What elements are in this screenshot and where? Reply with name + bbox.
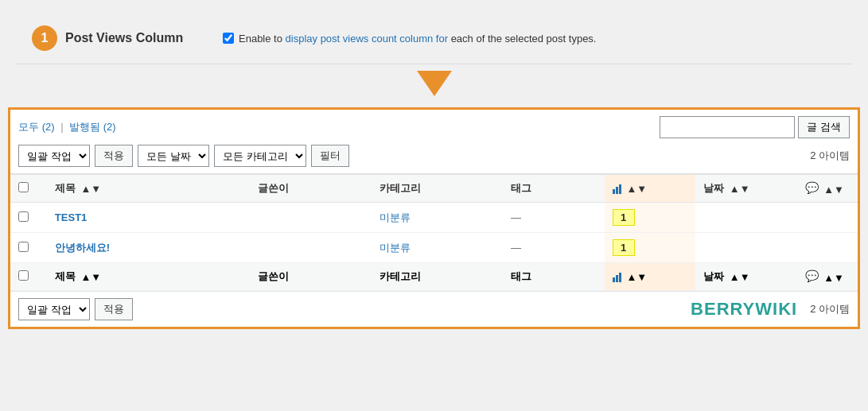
foot-col-author: 글쓴이 xyxy=(250,263,372,291)
arrow-indicator xyxy=(0,64,868,107)
footer-right: BERRYWIKI 2 아이템 xyxy=(691,299,850,320)
foot-col-title: 제목 ▲▼ xyxy=(47,263,250,291)
foot-col-tags: 태그 xyxy=(503,263,604,291)
table-row: 안녕하세요! 미분류 — 1 xyxy=(10,233,858,263)
row1-category-link[interactable]: 미분류 xyxy=(380,211,411,223)
foot-col-date-label: 날짜 xyxy=(703,270,724,282)
berrywiki-brand: BERRYWIKI xyxy=(691,299,797,320)
row2-category-link[interactable]: 미분류 xyxy=(380,242,411,254)
foot-col-title-label: 제목 xyxy=(55,270,76,282)
foot-comments-sort-icon[interactable]: ▲▼ xyxy=(823,272,844,284)
row1-date xyxy=(695,203,796,233)
row1-category: 미분류 xyxy=(372,203,504,233)
row2-category: 미분류 xyxy=(372,233,504,263)
apply-button-top[interactable]: 적용 xyxy=(95,145,133,167)
row1-views-badge: 1 xyxy=(613,209,635,226)
apply-button-bottom[interactable]: 적용 xyxy=(95,298,133,320)
bulk-action-select[interactable]: 일괄 작업 xyxy=(18,145,90,167)
col-category-label: 카테고리 xyxy=(380,182,421,194)
stat-published-link[interactable]: 발행됨 (2) xyxy=(69,121,116,133)
col-title-label: 제목 xyxy=(55,182,76,194)
date-sort-icon[interactable]: ▲▼ xyxy=(730,183,750,195)
foot-select-all-checkbox[interactable] xyxy=(18,270,29,281)
search-button[interactable]: 글 검색 xyxy=(798,116,850,138)
row2-title-link[interactable]: 안녕하세요! xyxy=(55,242,110,254)
row2-title: 안녕하세요! xyxy=(47,233,250,263)
item-count-bottom: 2 아이템 xyxy=(810,302,850,316)
row2-views-badge: 1 xyxy=(613,239,635,256)
row1-comments xyxy=(797,203,858,233)
row2-cb xyxy=(10,233,47,263)
enable-checkbox[interactable] xyxy=(223,33,234,44)
stat-all-link[interactable]: 모두 (2) xyxy=(18,121,55,133)
foot-col-author-label: 글쓴이 xyxy=(258,270,289,282)
table-header-row: 제목 ▲▼ 글쓴이 카테고리 태그 xyxy=(10,175,858,203)
row2-checkbox[interactable] xyxy=(18,242,29,252)
foot-date-sort-icon[interactable]: ▲▼ xyxy=(730,271,750,283)
row2-author xyxy=(250,233,372,263)
table-stats-left: 모두 (2) | 발행됨 (2) xyxy=(18,120,116,134)
table-actions-left: 일괄 작업 적용 모든 날짜 모든 카테고리 필터 xyxy=(18,145,349,167)
foot-col-category-label: 카테고리 xyxy=(380,270,421,282)
views-bar-chart-icon xyxy=(613,183,621,194)
table-actions-row: 일괄 작업 적용 모든 날짜 모든 카테고리 필터 2 아이템 xyxy=(18,145,850,167)
select-all-checkbox[interactable] xyxy=(18,182,29,192)
col-date-label: 날짜 xyxy=(703,182,724,194)
posts-table-container: 모두 (2) | 발행됨 (2) 글 검색 일괄 작업 적용 모든 날짜 xyxy=(8,107,860,329)
foot-col-tags-label: 태그 xyxy=(511,270,531,282)
search-area: 글 검색 xyxy=(660,116,850,138)
search-input[interactable] xyxy=(660,116,795,138)
views-sort-icon[interactable]: ▲▼ xyxy=(627,183,648,195)
col-header-category: 카테고리 xyxy=(372,175,504,203)
table-toolbar: 모두 (2) | 발행됨 (2) 글 검색 일괄 작업 적용 모든 날짜 xyxy=(10,110,858,174)
foot-col-cb xyxy=(10,263,47,291)
col-header-title: 제목 ▲▼ xyxy=(47,175,250,203)
foot-col-category: 카테고리 xyxy=(372,263,504,291)
foot-comment-bubble-icon: 💬 xyxy=(805,269,819,282)
row1-cb xyxy=(10,203,47,233)
col-header-cb xyxy=(10,175,47,203)
footer-actions: 일괄 작업 적용 xyxy=(18,298,133,320)
row2-date xyxy=(695,233,796,263)
step-number: 1 xyxy=(32,25,57,51)
item-count-top: 2 아이템 xyxy=(810,149,850,163)
enable-checkbox-label: Enable to display post views count colum… xyxy=(223,33,596,45)
comment-bubble-icon: 💬 xyxy=(805,181,819,194)
posts-table: 제목 ▲▼ 글쓴이 카테고리 태그 xyxy=(10,174,858,291)
foot-title-sort-icon[interactable]: ▲▼ xyxy=(80,271,101,283)
row1-tags-value: — xyxy=(511,211,521,223)
category-filter-select[interactable]: 모든 카테고리 xyxy=(214,145,306,167)
plugin-title: Post Views Column xyxy=(65,31,183,45)
table-row: TEST1 미분류 — 1 xyxy=(10,203,858,233)
col-author-label: 글쓴이 xyxy=(258,182,289,194)
row1-checkbox[interactable] xyxy=(18,211,29,222)
table-footer: 일괄 작업 적용 BERRYWIKI 2 아이템 xyxy=(10,291,858,327)
title-sort-icon[interactable]: ▲▼ xyxy=(80,183,101,195)
row1-title: TEST1 xyxy=(47,203,250,233)
foot-col-views: ▲▼ xyxy=(605,263,696,291)
row2-tags: — xyxy=(503,233,604,263)
row2-tags-value: — xyxy=(511,242,521,254)
table-stats-row: 모두 (2) | 발행됨 (2) 글 검색 xyxy=(18,116,850,138)
row2-comments xyxy=(797,233,858,263)
checkbox-text: Enable to display post views count colum… xyxy=(239,33,596,45)
row1-views: 1 xyxy=(605,203,696,233)
row1-title-link[interactable]: TEST1 xyxy=(55,211,87,223)
comments-sort-icon[interactable]: ▲▼ xyxy=(823,184,844,196)
checkbox-text-blue: display post views count column for xyxy=(286,33,448,45)
plugin-title-section: 1 Post Views Column xyxy=(32,25,199,51)
col-header-author: 글쓴이 xyxy=(250,175,372,203)
foot-views-sort-icon[interactable]: ▲▼ xyxy=(627,271,648,283)
foot-col-date: 날짜 ▲▼ xyxy=(695,263,796,291)
date-filter-select[interactable]: 모든 날짜 xyxy=(138,145,209,167)
col-header-comments: 💬 ▲▼ xyxy=(797,175,858,203)
foot-views-bar-chart-icon xyxy=(613,271,621,282)
col-header-tags: 태그 xyxy=(503,175,604,203)
row1-author xyxy=(250,203,372,233)
col-header-date: 날짜 ▲▼ xyxy=(695,175,796,203)
row2-views: 1 xyxy=(605,233,696,263)
bulk-action-select-bottom[interactable]: 일괄 작업 xyxy=(18,298,90,320)
stat-separator: | xyxy=(60,121,63,133)
foot-col-comments: 💬 ▲▼ xyxy=(797,263,858,291)
filter-button[interactable]: 필터 xyxy=(311,145,349,167)
